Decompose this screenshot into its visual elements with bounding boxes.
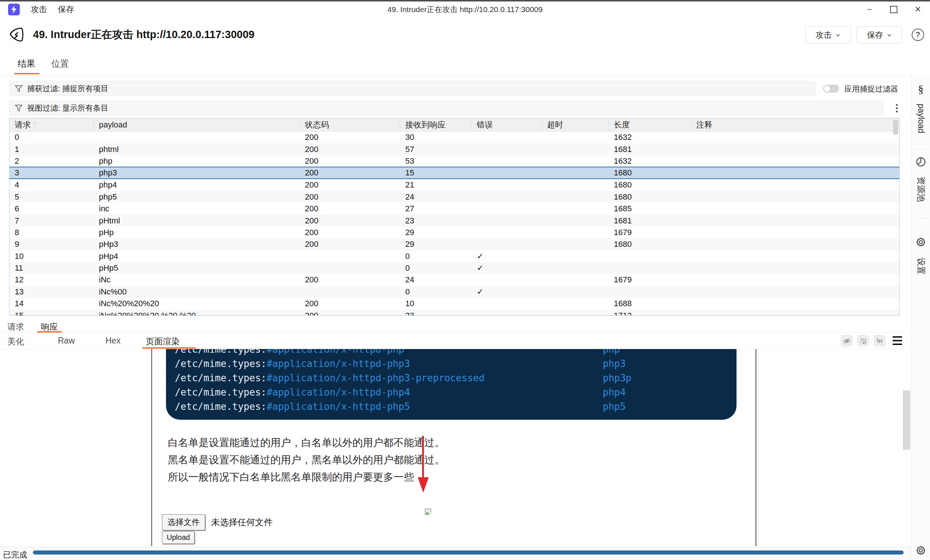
table-row[interactable]: 11pHp50✓	[9, 262, 899, 274]
attack-dropdown-button[interactable]: 攻击	[805, 26, 851, 43]
table-row[interactable]: 4php4200211680	[9, 179, 899, 191]
table-cell: 23	[400, 215, 471, 226]
menu-icon[interactable]	[893, 336, 902, 345]
table-cell: pHp3	[94, 238, 300, 250]
table-row[interactable]: 1phtml200571681	[9, 143, 899, 155]
view-filter-bar[interactable]: 视图过滤: 显示所有条目	[9, 100, 884, 115]
table-cell: 7	[9, 215, 94, 226]
table-cell	[691, 179, 899, 191]
more-vertical-icon[interactable]	[891, 102, 902, 114]
table-cell	[691, 155, 899, 167]
close-icon[interactable]: ✕	[906, 2, 930, 18]
minimize-icon[interactable]: −	[858, 2, 882, 18]
menu-bar: 攻击 保存 49. Intruder正在攻击 http://10.20.0.11…	[0, 2, 930, 18]
render-scrollbar-thumb[interactable]	[903, 391, 910, 450]
apply-capture-filter-toggle[interactable]	[823, 85, 839, 93]
table-cell: 23	[400, 309, 471, 316]
table-row[interactable]: 8pHp200291679	[9, 227, 899, 238]
code-line: /etc/mime.types:#application/x-httpd-php…	[175, 349, 728, 355]
eye-off-icon[interactable]	[841, 335, 853, 347]
active-tab-underline	[14, 73, 40, 74]
table-cell	[691, 286, 899, 298]
table-cell: iNc%00	[94, 286, 300, 298]
view-filter-label: 视图过滤: 显示所有条目	[27, 103, 108, 113]
table-cell	[300, 286, 400, 298]
table-row[interactable]: 3php3200151680	[9, 167, 899, 179]
table-cell: iNc%20%20%20 %20 %20	[94, 309, 300, 316]
tab-results[interactable]: 结果	[18, 58, 35, 69]
table-cell	[542, 131, 609, 143]
sidebar-item-settings[interactable]: 设置	[911, 236, 930, 277]
table-cell	[609, 251, 691, 262]
table-cell: 200	[300, 191, 400, 203]
table-cell	[542, 179, 609, 191]
column-header-error[interactable]: 错误	[471, 118, 542, 131]
table-row[interactable]: 2php200531632	[9, 155, 899, 167]
paragraph-line: 所以一般情况下白名单比黑名单限制的用户要更多一些	[168, 468, 445, 486]
table-row[interactable]: 15iNc%20%20%20 %20 %20200231712	[9, 309, 899, 316]
table-cell: 200	[300, 179, 400, 191]
sidebar-item-payload[interactable]: § payload	[911, 83, 930, 136]
table-cell: 1680	[609, 179, 691, 191]
table-cell: 29	[400, 238, 471, 250]
table-body: 02003016321phtml2005716812php2005316323p…	[9, 131, 899, 316]
table-row[interactable]: 7pHtml200231681	[9, 215, 899, 226]
tab-request[interactable]: 请求	[7, 321, 24, 332]
newline-icon-label: \n	[877, 337, 882, 345]
column-header-length[interactable]: 长度	[609, 118, 691, 131]
sort-caret-icon: ˆ	[34, 122, 36, 128]
column-header-request[interactable]: 请求ˆ	[9, 118, 94, 131]
table-cell: iNc%20%20%20	[94, 298, 300, 309]
table-row[interactable]: 0200301632	[9, 131, 899, 143]
help-icon[interactable]: ?	[912, 29, 924, 41]
gear-icon[interactable]	[915, 545, 927, 558]
maximize-icon[interactable]	[882, 2, 906, 18]
table-cell: 200	[300, 298, 400, 309]
tab-raw[interactable]: Raw	[58, 336, 75, 346]
menu-attack[interactable]: 攻击	[31, 4, 47, 15]
sidebar-item-resource-pool[interactable]: 资源池	[911, 156, 930, 204]
table-cell: 3	[9, 168, 94, 178]
table-row[interactable]: 5php5200241680	[9, 191, 899, 203]
toggle-knob	[824, 86, 830, 92]
tab-page-render[interactable]: 页面渲染	[146, 336, 180, 347]
window-title: 49. Intruder正在攻击 http://10.20.0.117:3000…	[0, 2, 930, 18]
newline-icon[interactable]: \n	[873, 335, 886, 347]
table-row[interactable]: 13iNc%000✓	[9, 286, 899, 298]
table-cell	[471, 168, 542, 178]
table-cell	[609, 262, 691, 274]
table-cell: 1679	[609, 274, 691, 286]
table-row[interactable]: 12iNc200241679	[9, 274, 899, 286]
detail-tab-bar: 请求 响应	[0, 320, 930, 332]
table-cell: 12	[9, 274, 94, 286]
table-cell	[691, 262, 899, 274]
choose-file-button[interactable]: 选择文件	[162, 514, 205, 530]
table-cell	[300, 262, 400, 274]
menu-save[interactable]: 保存	[58, 4, 74, 15]
sidebar-divider	[913, 218, 928, 218]
fuzzer-back-icon[interactable]	[9, 27, 23, 43]
tab-beautify[interactable]: 美化	[7, 336, 24, 347]
column-header-timeout[interactable]: 超时	[542, 118, 609, 131]
save-dropdown-button[interactable]: 保存	[857, 26, 902, 43]
table-cell: pHp4	[94, 251, 300, 262]
paragraph-line: 黑名单是设置不能通过的用户，黑名单以外的用户都能通过。	[168, 451, 445, 468]
tab-positions[interactable]: 位置	[51, 58, 69, 69]
table-cell	[691, 215, 899, 226]
column-header-comment[interactable]: 注释	[691, 118, 899, 131]
capture-filter-bar[interactable]: 捕获过滤: 捕捉所有项目	[9, 81, 816, 96]
table-row[interactable]: 10pHp40✓	[9, 251, 899, 262]
table-row[interactable]: 9pHp3200291680	[9, 238, 899, 250]
table-scrollbar-thumb[interactable]	[893, 120, 898, 135]
table-row[interactable]: 6inc200271685	[9, 203, 899, 215]
table-cell	[691, 309, 899, 316]
red-arrow-head	[418, 477, 429, 492]
table-cell	[691, 143, 899, 155]
tab-hex[interactable]: Hex	[106, 336, 120, 346]
upload-button[interactable]: Upload	[162, 531, 195, 544]
table-row[interactable]: 14iNc%20%20%20200101688	[9, 298, 899, 309]
column-header-status[interactable]: 状态码	[300, 118, 400, 131]
column-header-payload[interactable]: payload	[94, 118, 300, 131]
word-wrap-icon[interactable]	[857, 335, 869, 347]
column-header-response[interactable]: 接收到响应	[400, 118, 471, 131]
